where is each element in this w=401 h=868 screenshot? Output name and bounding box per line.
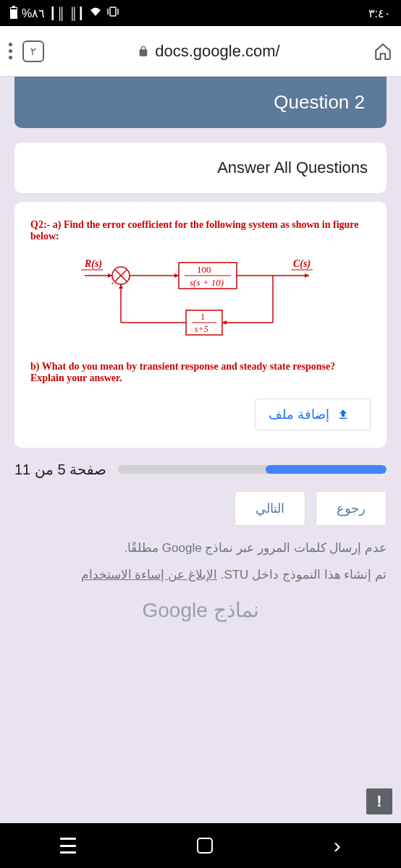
url-bar[interactable]: docs.google.com/	[54, 42, 363, 61]
google-forms-logo[interactable]: نماذج Google	[0, 598, 401, 622]
label-fb-num: 1	[200, 312, 205, 322]
form-info: تم إنشاء هذا النموذج داخل STU. الإبلاغ ع…	[14, 567, 387, 582]
battery-percent: %٨٦	[22, 7, 45, 20]
upload-icon	[337, 408, 350, 421]
battery-icon	[10, 7, 17, 19]
report-badge[interactable]: !	[366, 788, 392, 814]
lock-icon	[138, 46, 149, 57]
svg-marker-17	[222, 320, 227, 325]
system-nav-bar: ›	[0, 823, 401, 868]
progress-fill	[266, 465, 387, 474]
form-header: Question 2	[14, 77, 387, 128]
home-icon[interactable]	[373, 42, 392, 61]
back-button[interactable]: رجوع	[316, 491, 387, 526]
svg-marker-3	[108, 273, 112, 278]
progress-bar	[118, 465, 387, 474]
recent-apps-button[interactable]	[60, 838, 76, 854]
tabs-button[interactable]: ٢	[22, 41, 44, 62]
question-prompt-b: b) What do you mean by transient respons…	[30, 361, 371, 384]
label-forward-num: 100	[197, 264, 211, 275]
next-button[interactable]: التالي	[235, 491, 305, 526]
upload-label: إضافة ملف	[269, 407, 329, 422]
clock-text: ٣:٤٠	[368, 7, 391, 20]
vibrate-icon	[106, 6, 119, 20]
home-button[interactable]	[197, 838, 213, 854]
block-diagram: R(s) + 100 s(s + 10) C(s) 1 s+5	[70, 254, 331, 348]
created-in-text: تم إنشاء هذا النموذج داخل STU.	[217, 568, 387, 582]
label-rs: R(s)	[84, 258, 102, 270]
svg-marker-9	[174, 273, 179, 278]
label-fb-denom: s+5	[195, 324, 208, 334]
wifi-icon	[89, 7, 102, 20]
browser-bar: ٢ docs.google.com/	[0, 26, 401, 77]
label-cs: C(s)	[293, 258, 311, 270]
url-text: docs.google.com/	[155, 42, 279, 61]
password-disclaimer: عدم إرسال كلمات المرور عبر نماذج Google …	[14, 540, 387, 556]
progress-row: صفحة 5 من 11	[14, 461, 387, 478]
section-title: Answer All Questions	[14, 142, 387, 193]
report-abuse-link[interactable]: الإبلاغ عن إساءة الاستخدام	[81, 568, 217, 582]
more-menu-icon[interactable]	[9, 43, 12, 59]
svg-text:+: +	[111, 279, 115, 287]
question-card: Q2:- a) Find the error coefficient for t…	[14, 202, 387, 448]
question-prompt-a: Q2:- a) Find the error coefficient for t…	[30, 219, 371, 242]
back-button-system[interactable]: ›	[334, 833, 341, 858]
signal-icon-2: ║┃	[69, 7, 85, 20]
upload-file-button[interactable]: إضافة ملف	[255, 399, 371, 430]
nav-row: رجوع التالي	[14, 491, 387, 526]
status-bar: %٨٦ ┃║ ║┃ ٣:٤٠	[0, 0, 401, 26]
label-forward-denom: s(s + 10)	[190, 277, 224, 288]
svg-marker-13	[305, 273, 309, 278]
progress-text: صفحة 5 من 11	[14, 461, 106, 478]
signal-icon: ┃║	[49, 7, 64, 20]
svg-marker-22	[119, 284, 123, 289]
svg-rect-0	[110, 7, 116, 16]
